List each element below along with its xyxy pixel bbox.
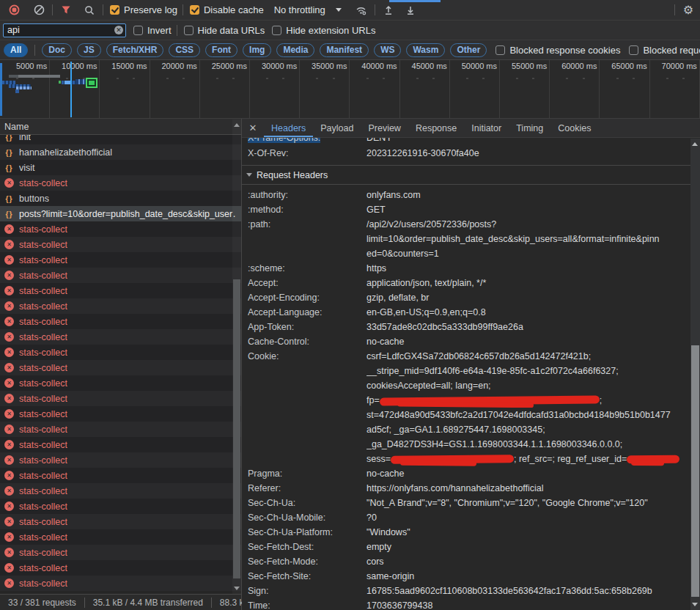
checkbox-blocked-requests[interactable]: Blocked requests [629,45,700,56]
import-har-icon[interactable] [380,2,397,18]
request-row[interactable]: ✕stats-collect [0,560,241,576]
filter-pill-doc[interactable]: Doc [42,43,72,57]
filter-pill-css[interactable]: CSS [169,43,200,57]
error-icon: ✕ [4,286,14,295]
request-row[interactable]: ✕stats-collect [0,375,241,391]
filter-pill-wasm[interactable]: Wasm [406,43,445,57]
export-har-icon[interactable] [402,2,419,18]
disclosure-triangle-icon[interactable] [246,173,252,177]
invert-checkbox[interactable]: Invert [133,25,172,36]
tab-timing[interactable]: Timing [509,119,550,137]
header-name: Pragma: [248,466,366,481]
checkbox-icon[interactable] [495,45,505,55]
filter-pill-fetch-xhr[interactable]: Fetch/XHR [106,43,164,57]
request-row[interactable]: ✕stats-collect [0,452,241,468]
header-value-line: 16785:5aad9602cf110608b03133de563642fac1… [366,584,690,598]
header-value: https://onlyfans.com/hannahelizabethoffi… [366,481,690,496]
timeline-tick-label: 5000 ms [16,62,47,70]
filter-pill-font[interactable]: Font [205,43,237,57]
request-row[interactable]: {}buttons [0,191,241,206]
request-row[interactable]: {}visit [0,160,241,175]
request-list-pane: Name {}init{}hannahelizabethofficial{}vi… [0,119,242,610]
request-row[interactable]: {}posts?limit=10&order=publish_date_desc… [0,206,241,221]
request-row[interactable]: ✕stats-collect [0,345,241,360]
header-name: Sec-Ch-Ua-Mobile: [248,510,366,525]
clear-icon[interactable] [31,2,47,18]
filter-pill-all[interactable]: All [4,43,28,57]
settings-gear-icon[interactable]: ⚙ [680,2,696,18]
request-name: stats-collect [19,255,67,265]
filter-pill-ws[interactable]: WS [374,43,401,57]
disable-cache-checkbox[interactable]: Disable cache [190,4,264,15]
request-list-scrollbar[interactable] [232,120,241,594]
checkbox-icon[interactable] [190,5,199,15]
request-row[interactable]: {}init [0,135,241,144]
scrollbar-thumb[interactable] [233,279,240,578]
request-row[interactable]: ✕stats-collect [0,483,241,499]
request-row[interactable]: ✕stats-collect [0,221,241,237]
request-row[interactable]: {}hannahelizabethofficial [0,144,241,160]
close-icon[interactable]: ✕ [242,122,264,133]
request-row[interactable]: ✕stats-collect [0,175,241,191]
hide-extension-urls-checkbox[interactable]: Hide extension URLs [272,25,375,36]
network-conditions-icon[interactable] [353,2,369,18]
checkbox-icon[interactable] [110,5,119,15]
tab-payload[interactable]: Payload [313,119,361,137]
request-row[interactable]: ✕stats-collect [0,252,241,268]
throttling-select[interactable]: No throttling [274,4,342,15]
request-row[interactable]: ✕stats-collect [0,237,241,252]
request-row[interactable]: ✕stats-collect [0,298,241,314]
checkbox-icon[interactable] [133,26,143,35]
timeline-tick-label: 20000 ms [162,62,197,70]
filter-pill-img[interactable]: Img [243,43,271,57]
checkbox-icon[interactable] [184,26,194,35]
scroll-down-icon[interactable] [234,587,240,590]
request-row[interactable]: ✕stats-collect [0,391,241,406]
filter-pill-js[interactable]: JS [77,43,101,57]
timeline-selection-marker[interactable] [70,62,72,117]
request-row[interactable]: ✕stats-collect [0,360,241,375]
name-column-header[interactable]: Name [0,119,241,135]
request-row[interactable]: ✕stats-collect [0,314,241,329]
network-overview-timeline[interactable]: 5000 ms10000 ms15000 ms20000 ms25000 ms3… [0,60,700,119]
request-row[interactable]: ✕stats-collect [0,529,241,545]
request-row[interactable]: ✕stats-collect [0,329,241,345]
tab-initiator[interactable]: Initiator [464,119,509,137]
filter-icon[interactable] [58,2,74,18]
tab-headers[interactable]: Headers [264,119,313,137]
header-name: Accept: [248,276,366,290]
tab-preview[interactable]: Preview [361,119,408,137]
search-icon[interactable] [81,2,97,18]
request-row[interactable]: ✕stats-collect [0,545,241,560]
filter-pill-other[interactable]: Other [450,43,487,57]
filter-pill-media[interactable]: Media [276,43,314,57]
scrollbar-thumb[interactable] [691,345,699,597]
header-row: Referer:https://onlyfans.com/hannaheliza… [242,481,690,496]
scroll-up-icon[interactable] [692,142,698,146]
hide-data-urls-checkbox[interactable]: Hide data URLs [184,25,265,36]
filter-pill-manifest[interactable]: Manifest [320,43,369,57]
checkbox-icon[interactable] [272,26,281,35]
tab-response[interactable]: Response [408,119,464,137]
tab-cookies[interactable]: Cookies [550,119,598,137]
request-row[interactable]: ✕stats-collect [0,499,241,514]
scroll-down-icon[interactable] [692,603,698,606]
request-row[interactable]: ✕stats-collect [0,406,241,422]
request-row[interactable]: ✕stats-collect [0,514,241,529]
request-row[interactable]: ✕stats-collect [0,422,241,437]
request-row[interactable]: ✕stats-collect [0,576,241,591]
request-list: {}init{}hannahelizabethofficial{}visit✕s… [0,135,241,594]
record-icon[interactable] [6,2,22,18]
scroll-up-icon[interactable] [234,123,240,127]
header-value: https [366,261,690,276]
request-row[interactable]: ✕stats-collect [0,437,241,452]
checkbox-icon[interactable] [629,45,638,55]
request-headers-section[interactable]: Request Headers [242,166,690,185]
network-filter-input[interactable] [3,23,126,37]
request-row[interactable]: ✕stats-collect [0,283,241,298]
request-row[interactable]: ✕stats-collect [0,268,241,283]
checkbox-blocked-response-cookies[interactable]: Blocked response cookies [495,45,620,56]
request-row[interactable]: ✕stats-collect [0,468,241,483]
details-scrollbar[interactable] [690,139,700,610]
preserve-log-checkbox[interactable]: Preserve log [110,4,177,15]
